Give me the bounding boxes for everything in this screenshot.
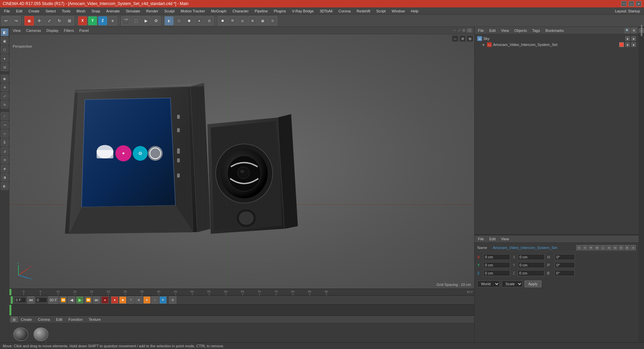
play-reverse-button[interactable]: ◀	[68, 296, 75, 304]
tool-2[interactable]: ⊸	[1, 121, 9, 129]
tool-rotate[interactable]: ↻	[1, 101, 9, 109]
sky-vis-1[interactable]: ●	[625, 36, 630, 41]
coord-x-pos[interactable]	[483, 254, 510, 260]
menu-edit[interactable]: Edit	[13, 8, 25, 14]
mat-menu-create[interactable]: Create	[18, 317, 35, 322]
edge-mode-button[interactable]: ⬡	[174, 16, 184, 26]
object-item-sky[interactable]: ☁ Sky ● ●	[476, 36, 637, 42]
attr-vis-btn-1[interactable]: S	[576, 245, 582, 250]
coord-x-rot[interactable]	[518, 254, 545, 260]
mode-uv[interactable]: ⊟	[1, 63, 9, 71]
mat-menu-corona[interactable]: Corona	[35, 317, 53, 322]
tool-scale[interactable]: ⤢	[1, 92, 9, 100]
coord-b[interactable]	[554, 270, 575, 276]
attr-vis-btn-5[interactable]: L	[600, 245, 606, 250]
anim-btn-4[interactable]: ⊕	[135, 296, 143, 304]
start-frame-input[interactable]	[14, 297, 26, 303]
menu-3dtoall[interactable]: 3DToAll	[317, 8, 335, 14]
vp-menu-filters[interactable]: Filters	[62, 28, 75, 33]
material-panel-icon[interactable]: ▤	[11, 317, 17, 322]
polygon-mode-button[interactable]: ⬢	[184, 16, 194, 26]
menu-motion-tracker[interactable]: Motion Tracker	[178, 8, 208, 14]
tool-move[interactable]: ✛	[1, 83, 9, 91]
undo-button[interactable]: ↩	[1, 16, 11, 26]
mode-point[interactable]: ●	[1, 54, 9, 62]
record-button[interactable]: ●	[101, 296, 109, 304]
menu-pipeline[interactable]: Pipeline	[252, 8, 270, 14]
menu-tools[interactable]: Tools	[59, 8, 73, 14]
apply-button[interactable]: Apply	[525, 281, 541, 287]
snap-settings-button[interactable]: ⧉	[228, 16, 237, 26]
attr-menu-file[interactable]: File	[477, 237, 485, 241]
coord-z-pos[interactable]	[483, 270, 510, 276]
minimize-button[interactable]: ─	[621, 1, 627, 6]
enable-axis-button[interactable]: ⊕	[248, 16, 257, 26]
attr-vis-btn-7[interactable]: G	[612, 245, 618, 250]
obj-menu-edit[interactable]: Edit	[488, 28, 497, 33]
obj-search-icon[interactable]: 🔍	[625, 28, 630, 33]
mode-object[interactable]: ◧	[1, 28, 9, 36]
vp-icon-expand[interactable]: ↔	[452, 36, 458, 42]
tool-9[interactable]: ◐	[1, 182, 9, 190]
anim-btn-5[interactable]: ■	[143, 296, 151, 304]
anim-btn-3[interactable]: ?	[127, 296, 135, 304]
maximize-button[interactable]: □	[629, 1, 634, 6]
menu-select[interactable]: Select	[43, 8, 59, 14]
obj-menu-view[interactable]: View	[500, 28, 511, 33]
attr-vis-btn-4[interactable]: M	[594, 245, 600, 250]
anim-btn-2[interactable]: ■	[119, 296, 126, 304]
step-back-button[interactable]: ⏪	[59, 296, 67, 304]
obj-menu-file[interactable]: File	[477, 28, 485, 33]
tool-6[interactable]: ≋	[1, 156, 9, 164]
menu-animate[interactable]: Animate	[104, 8, 122, 14]
tool-7[interactable]: ◈	[1, 164, 9, 172]
viewport[interactable]: View Cameras Display Filters Panel ↔ ⤢ ⊞…	[9, 27, 474, 289]
snap-enable-button[interactable]: 🔲	[218, 16, 227, 26]
render-settings-button[interactable]: ⚙	[151, 16, 161, 26]
anim-btn-1[interactable]: ●	[111, 296, 118, 304]
attr-vis-btn-2[interactable]: V	[582, 245, 588, 250]
attr-vis-btn-6[interactable]: A	[606, 245, 612, 250]
menu-redshift[interactable]: Redshift	[354, 8, 373, 14]
menu-render[interactable]: Render	[144, 8, 161, 14]
current-frame-input[interactable]	[36, 297, 47, 303]
transform-button[interactable]: ⊞	[65, 16, 74, 26]
mat-menu-edit[interactable]: Edit	[53, 317, 65, 322]
redo-button[interactable]: ↪	[11, 16, 21, 26]
obj-menu-objects[interactable]: Objects	[513, 28, 528, 33]
group-vis-color[interactable]	[619, 42, 624, 47]
attr-vis-btn-3[interactable]: R	[588, 245, 594, 250]
soft-ik-button[interactable]: ◎	[238, 16, 247, 26]
go-start-button[interactable]: ⏮	[27, 296, 35, 304]
menu-character[interactable]: Character	[230, 8, 251, 14]
render-button[interactable]: 🎬	[121, 16, 130, 26]
render-active-button[interactable]: ▶	[141, 16, 151, 26]
vp-menu-display[interactable]: Display	[45, 28, 60, 33]
attr-vis-btn-9[interactable]: E	[625, 245, 630, 250]
obj-menu-tags[interactable]: Tags	[531, 28, 541, 33]
menu-help[interactable]: Help	[408, 8, 421, 14]
vp-menu-panel[interactable]: Panel	[78, 28, 90, 33]
world-axis-button[interactable]: ⊕	[108, 16, 117, 26]
coord-h[interactable]	[555, 254, 575, 260]
attr-menu-view[interactable]: View	[500, 237, 511, 241]
axis-x-button[interactable]: X	[78, 16, 87, 26]
mat-menu-texture[interactable]: Texture	[86, 317, 103, 322]
obj-filter-icon[interactable]: ⚙	[631, 28, 637, 33]
timeline-track[interactable]	[9, 305, 474, 315]
tool-select[interactable]: ◉	[1, 74, 9, 83]
render-region-button[interactable]: ⬚	[131, 16, 141, 26]
tool-1[interactable]: ∕	[1, 112, 9, 120]
anim-btn-7[interactable]: P	[159, 296, 167, 304]
viewport-canvas[interactable]: Perspective	[9, 34, 474, 289]
vp-icon-settings[interactable]: ⚙	[460, 36, 466, 42]
vp-menu-cameras[interactable]: Cameras	[25, 28, 43, 33]
menu-file[interactable]: File	[1, 8, 13, 14]
menu-mesh[interactable]: Mesh	[74, 8, 88, 14]
attr-vis-btn-10[interactable]: X	[631, 245, 636, 250]
menu-mograph[interactable]: MoGraph	[208, 8, 229, 14]
menu-snap[interactable]: Snap	[89, 8, 103, 14]
group-vis-2[interactable]: ●	[631, 42, 636, 47]
axis-z-button[interactable]: Z	[98, 16, 107, 26]
scale-button[interactable]: ⤢	[45, 16, 54, 26]
